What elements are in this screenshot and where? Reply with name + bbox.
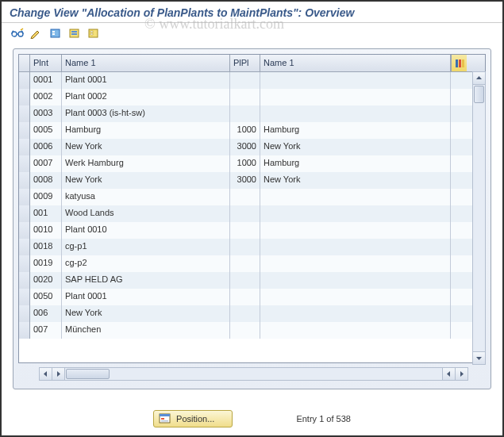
col-plpl[interactable]: PlPl [230,55,260,71]
cell-plnt[interactable]: 0007 [30,155,62,172]
table-row[interactable]: 0009katyusa [19,189,485,205]
cell-name1[interactable]: Plant 0010 [62,222,230,239]
cell-name1b[interactable] [260,289,451,305]
cell-plnt[interactable]: 007 [30,322,62,339]
cell-name1b[interactable] [260,72,451,89]
cell-name1b[interactable] [260,255,451,272]
table-row[interactable]: 0008New York3000New York [19,172,485,189]
cell-plpl[interactable] [230,189,260,205]
cell-plnt[interactable]: 0001 [30,72,62,89]
table-row[interactable]: 007München [19,322,485,339]
cell-plpl[interactable] [230,255,260,272]
scroll-left-icon[interactable] [40,368,52,380]
cell-name1[interactable]: Plant 0001 [62,72,230,89]
table-row[interactable]: 0020SAP HELD AG [19,272,485,289]
cell-name1b[interactable]: New York [260,139,451,155]
cell-plpl[interactable] [230,89,260,105]
cell-name1b[interactable] [260,239,451,255]
cell-plnt[interactable]: 0019 [30,255,62,272]
deselect-all-icon[interactable] [86,26,102,40]
cell-name1[interactable]: SAP HELD AG [62,272,230,289]
cell-name1b[interactable]: Hamburg [260,155,451,172]
cell-name1[interactable]: New York [62,139,230,155]
table-row[interactable]: 0010Plant 0010 [19,222,485,239]
cell-name1b[interactable] [260,89,451,105]
table-row[interactable]: 0007Werk Hamburg1000Hamburg [19,155,485,172]
table-row[interactable]: 0001Plant 0001 [19,72,485,89]
cell-plnt[interactable]: 0009 [30,189,62,205]
cell-plpl[interactable] [230,205,260,222]
row-selector[interactable] [19,72,30,89]
cell-name1[interactable]: Werk Hamburg [62,155,230,172]
cell-plpl[interactable]: 3000 [230,139,260,155]
cell-name1b[interactable] [260,105,451,122]
cell-name1[interactable]: Wood Lands [62,205,230,222]
row-selector[interactable] [19,139,30,155]
cell-plpl[interactable] [230,322,260,339]
scroll-left-inner-icon[interactable] [442,368,455,380]
cell-plnt[interactable]: 0002 [30,89,62,105]
row-selector[interactable] [19,255,30,272]
cell-name1b[interactable]: Hamburg [260,122,451,139]
table-row[interactable]: 006New York [19,305,485,322]
pencil-icon[interactable] [29,26,44,40]
table-row[interactable]: 0018cg-p1 [19,239,485,255]
row-selector[interactable] [19,205,30,222]
table-row[interactable]: 0050Plant 0001 [19,289,485,305]
cell-name1[interactable]: New York [62,305,230,322]
cell-name1b[interactable] [260,205,451,222]
configure-columns-icon[interactable] [451,55,467,71]
cell-plnt[interactable]: 0003 [30,105,62,122]
cell-plnt[interactable]: 0005 [30,122,62,139]
row-selector[interactable] [19,155,30,172]
hscroll-thumb[interactable] [66,369,110,379]
row-selector[interactable] [19,322,30,339]
glasses-icon[interactable] [10,26,25,40]
cell-name1b[interactable] [260,305,451,322]
cell-plpl[interactable]: 3000 [230,172,260,189]
col-plnt[interactable]: Plnt [30,55,62,71]
vertical-scrollbar[interactable] [472,71,486,365]
scroll-right-icon[interactable] [455,368,467,380]
row-selector[interactable] [19,89,30,105]
scroll-right-inner-icon[interactable] [52,368,65,380]
table-row[interactable]: 0019cg-p2 [19,255,485,272]
cell-name1[interactable]: Plant 0003 (is-ht-sw) [62,105,230,122]
cell-plnt[interactable]: 001 [30,205,62,222]
col-name1b[interactable]: Name 1 [260,55,451,71]
row-selector[interactable] [19,239,30,255]
cell-name1[interactable]: München [62,322,230,339]
cell-plpl[interactable] [230,72,260,89]
cell-plnt[interactable]: 0018 [30,239,62,255]
cell-name1b[interactable] [260,222,451,239]
row-selector[interactable] [19,222,30,239]
table-row[interactable]: 001Wood Lands [19,205,485,222]
scroll-down-icon[interactable] [473,351,485,364]
position-button[interactable]: Position... [153,410,233,427]
cell-plpl[interactable]: 1000 [230,155,260,172]
cell-name1b[interactable] [260,272,451,289]
cell-plpl[interactable] [230,222,260,239]
col-name1[interactable]: Name 1 [62,55,230,71]
cell-plnt[interactable]: 0020 [30,272,62,289]
table-row[interactable]: 0005Hamburg1000Hamburg [19,122,485,139]
cell-plnt[interactable]: 0010 [30,222,62,239]
cell-plnt[interactable]: 0008 [30,172,62,189]
select-all-icon[interactable] [48,26,63,40]
row-selector[interactable] [19,122,30,139]
row-selector[interactable] [19,289,30,305]
cell-name1b[interactable]: New York [260,172,451,189]
cell-plpl[interactable] [230,239,260,255]
table-row[interactable]: 0006New York3000New York [19,139,485,155]
cell-name1[interactable]: Plant 0001 [62,289,230,305]
cell-name1[interactable]: Plant 0002 [62,89,230,105]
cell-name1b[interactable] [260,322,451,339]
cell-plpl[interactable] [230,105,260,122]
select-block-icon[interactable] [67,26,83,40]
horizontal-scrollbar[interactable] [39,367,468,381]
cell-name1[interactable]: cg-p2 [62,255,230,272]
vscroll-thumb[interactable] [474,86,484,103]
hscroll-track[interactable] [65,368,442,380]
cell-name1[interactable]: New York [62,172,230,189]
cell-plnt[interactable]: 0006 [30,139,62,155]
